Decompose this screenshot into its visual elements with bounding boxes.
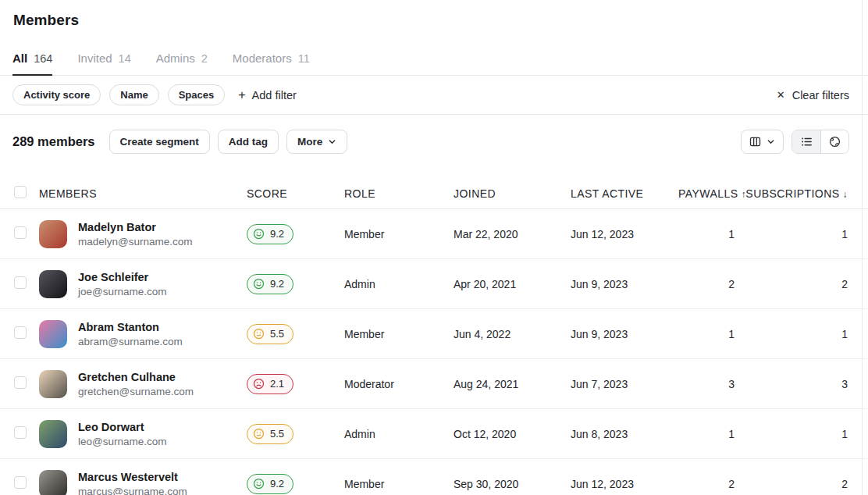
- members-count: 289 members: [12, 134, 95, 149]
- member-last-active: Jun 9, 2023: [571, 278, 678, 290]
- tab-invited[interactable]: Invited 14: [77, 45, 130, 75]
- header-paywalls[interactable]: PAYWALLS↑: [678, 187, 735, 200]
- tab-admins-label: Admins: [156, 52, 195, 65]
- filter-chip-name[interactable]: Name: [109, 84, 158, 105]
- row-checkbox[interactable]: [14, 326, 27, 339]
- member-joined: Jun 4, 2022: [454, 328, 571, 340]
- member-joined: Aug 24, 2021: [454, 378, 571, 390]
- add-tag-button[interactable]: Add tag: [218, 130, 279, 154]
- table-row[interactable]: Abram Stanton abram@surname.com 5.5 Memb…: [0, 309, 868, 359]
- mood-icon: [253, 378, 265, 390]
- list-view-button[interactable]: [792, 130, 820, 153]
- member-paywalls: 2: [678, 278, 735, 290]
- member-subscriptions: 1: [735, 428, 848, 440]
- member-joined: Oct 12, 2020: [454, 428, 571, 440]
- score-badge: 9.2: [247, 224, 293, 244]
- avatar: [39, 320, 67, 348]
- member-email: marcus@surname.com: [78, 486, 187, 495]
- header-members[interactable]: MEMBERS: [39, 187, 247, 200]
- member-last-active: Jun 12, 2023: [571, 478, 678, 490]
- globe-view-button[interactable]: [820, 130, 848, 153]
- row-checkbox[interactable]: [14, 426, 27, 439]
- row-checkbox[interactable]: [14, 476, 27, 489]
- table-row[interactable]: Marcus Westervelt marcus@surname.com 9.2…: [0, 459, 868, 495]
- table-body: Madelyn Bator madelyn@surname.com 9.2 Me…: [0, 209, 868, 495]
- member-role: Admin: [344, 428, 454, 440]
- mood-icon: [253, 228, 265, 240]
- table-row[interactable]: Leo Dorwart leo@surname.com 5.5 Admin Oc…: [0, 409, 868, 459]
- clear-filters-label: Clear filters: [792, 89, 849, 101]
- member-paywalls: 3: [678, 378, 735, 390]
- member-email: gretchen@surname.com: [78, 386, 194, 397]
- header-role[interactable]: ROLE: [344, 187, 454, 200]
- member-subscriptions: 3: [735, 378, 848, 390]
- clear-filters-button[interactable]: ✕ Clear filters: [777, 89, 849, 101]
- tab-all[interactable]: All 164: [12, 45, 52, 75]
- avatar: [39, 420, 67, 448]
- tab-moderators-label: Moderators: [233, 52, 292, 65]
- score-value: 9.2: [270, 278, 284, 290]
- tab-admins[interactable]: Admins 2: [156, 45, 208, 75]
- sort-desc-icon: ↓: [843, 189, 848, 200]
- more-button[interactable]: More: [286, 130, 347, 154]
- table-row[interactable]: Madelyn Bator madelyn@surname.com 9.2 Me…: [0, 209, 868, 259]
- member-role: Member: [344, 478, 454, 490]
- member-joined: Mar 22, 2020: [454, 228, 571, 240]
- row-checkbox[interactable]: [14, 376, 27, 389]
- member-joined: Sep 30, 2020: [454, 478, 571, 490]
- row-checkbox[interactable]: [14, 226, 27, 239]
- member-role: Member: [344, 228, 454, 240]
- member-name: Leo Dorwart: [78, 421, 167, 433]
- avatar: [39, 270, 67, 298]
- score-value: 9.2: [270, 478, 284, 490]
- columns-icon: [749, 136, 761, 148]
- member-last-active: Jun 12, 2023: [571, 228, 678, 240]
- score-value: 5.5: [270, 328, 284, 340]
- member-name: Marcus Westervelt: [78, 471, 187, 483]
- create-segment-button[interactable]: Create segment: [109, 130, 210, 154]
- table-row[interactable]: Gretchen Culhane gretchen@surname.com 2.…: [0, 359, 868, 409]
- row-checkbox[interactable]: [14, 276, 27, 289]
- view-switcher: [792, 130, 849, 154]
- member-role: Moderator: [344, 378, 454, 390]
- score-value: 9.2: [270, 228, 284, 240]
- filter-chip-spaces[interactable]: Spaces: [168, 84, 226, 105]
- mood-icon: [253, 328, 265, 340]
- member-name: Gretchen Culhane: [78, 371, 194, 383]
- tab-moderators[interactable]: Moderators 11: [233, 45, 310, 75]
- member-email: leo@surname.com: [78, 436, 167, 447]
- tab-all-label: All: [12, 52, 27, 65]
- page-title: Members: [13, 12, 856, 29]
- filter-chip-activity-score[interactable]: Activity score: [12, 84, 101, 105]
- columns-button[interactable]: [741, 130, 784, 154]
- members-table: MEMBERS SCORE ROLE JOINED LAST ACTIVE PA…: [0, 178, 868, 495]
- member-subscriptions: 2: [735, 478, 848, 490]
- header-score[interactable]: SCORE: [247, 187, 344, 200]
- member-tabs: All 164 Invited 14 Admins 2 Moderators 1…: [0, 45, 868, 76]
- avatar: [39, 370, 67, 398]
- select-all-checkbox[interactable]: [14, 186, 27, 198]
- score-badge: 9.2: [247, 474, 293, 494]
- member-subscriptions: 2: [735, 278, 848, 290]
- tab-invited-count: 14: [119, 52, 131, 65]
- header-joined[interactable]: JOINED: [454, 187, 571, 200]
- add-filter-button[interactable]: + Add filter: [238, 89, 297, 101]
- header-last-active[interactable]: LAST ACTIVE: [571, 187, 678, 200]
- globe-icon: [829, 136, 841, 148]
- score-badge: 9.2: [247, 274, 293, 294]
- tab-all-count: 164: [34, 52, 52, 65]
- members-page: Members All 164 Invited 14 Admins 2 Mode…: [0, 0, 868, 495]
- avatar: [39, 220, 67, 248]
- member-name: Abram Stanton: [78, 321, 183, 333]
- member-last-active: Jun 8, 2023: [571, 428, 678, 440]
- mood-icon: [253, 278, 265, 290]
- member-name: Joe Schleifer: [78, 271, 167, 283]
- member-role: Admin: [344, 278, 454, 290]
- mood-icon: [253, 478, 265, 490]
- member-email: madelyn@surname.com: [78, 236, 193, 248]
- close-icon: ✕: [777, 90, 785, 100]
- header-subscriptions[interactable]: SUBSCRIPTIONS↓: [735, 187, 848, 200]
- table-row[interactable]: Joe Schleifer joe@surname.com 9.2 Admin …: [0, 259, 868, 309]
- member-email: abram@surname.com: [78, 336, 183, 347]
- score-value: 2.1: [270, 378, 284, 390]
